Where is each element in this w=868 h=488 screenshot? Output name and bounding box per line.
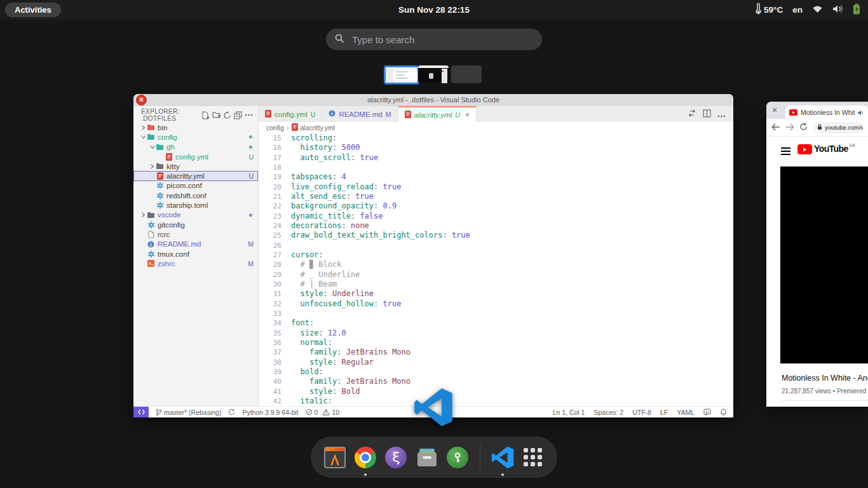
code-line[interactable]: 17 auto_scroll: true <box>259 153 733 163</box>
new-folder-icon[interactable] <box>211 110 222 120</box>
tree-item-tmux-conf[interactable]: tmux.conf <box>133 249 258 259</box>
code-line[interactable]: 18 <box>259 163 733 172</box>
chevron-right-icon[interactable] <box>149 164 156 169</box>
indentation[interactable]: Spaces: 2 <box>593 409 623 416</box>
search-input[interactable] <box>351 34 533 46</box>
code-line[interactable]: 42 italic: <box>259 396 733 406</box>
code-line[interactable]: 37 family: JetBrains Mono <box>259 348 733 357</box>
tree-item-picom-conf[interactable]: picom.conf <box>133 181 258 191</box>
code-line[interactable]: 21alt_send_esc: true <box>259 192 733 201</box>
new-file-icon[interactable] <box>200 110 211 120</box>
tree-item-README-md[interactable]: README.mdM <box>133 240 258 249</box>
breadcrumb[interactable]: config › alacritty.yml <box>259 122 733 133</box>
tree-item-rcrc[interactable]: rcrc <box>133 229 258 239</box>
tree-item-gitconfig[interactable]: gitconfig <box>133 220 258 229</box>
code-line[interactable]: 28 # ▊ Block <box>259 260 733 269</box>
eol-sequence[interactable]: LF <box>660 409 668 416</box>
dock-item-chrome[interactable] <box>354 445 377 470</box>
dock-item-files[interactable] <box>415 445 438 470</box>
chevron-right-icon[interactable] <box>140 125 147 130</box>
code-line[interactable]: 32 unfocused_hollow: true <box>259 299 733 309</box>
tree-item-alacritty-yml[interactable]: alacritty.ymlU <box>133 171 258 180</box>
code-line[interactable]: 25draw_bold_text_with_bright_colors: tru… <box>259 231 733 240</box>
code-line[interactable]: 33 <box>259 309 733 318</box>
tree-item-zshrc[interactable]: zshrcM <box>133 259 258 268</box>
dock-item-vscode[interactable] <box>491 445 514 470</box>
workspace-thumbnail-browser[interactable] <box>418 65 449 83</box>
browser-close-icon[interactable]: × <box>772 105 777 115</box>
code-line[interactable]: 35 size: 12.0 <box>259 329 733 338</box>
tree-item-redshift-conf[interactable]: redshift.conf <box>133 191 258 200</box>
dock-item-keepassxc[interactable] <box>446 445 469 470</box>
code-line[interactable]: 23dynamic_title: false <box>259 212 733 221</box>
chevron-down-icon[interactable] <box>149 145 156 149</box>
code-line[interactable]: 16 history: 5000 <box>259 143 733 152</box>
clock[interactable]: Sun Nov 28 22:15 <box>0 0 868 20</box>
refresh-icon[interactable] <box>222 110 233 120</box>
encoding[interactable]: UTF-8 <box>632 409 651 416</box>
window-close-button[interactable]: × <box>136 95 147 105</box>
battery-icon[interactable] <box>853 3 860 17</box>
code-line[interactable]: 39 bold: <box>259 367 733 377</box>
git-branch-status[interactable]: master* (Rebasing) <box>156 409 221 416</box>
chevron-down-icon[interactable] <box>140 135 147 139</box>
code-line[interactable]: 30 # | Beam <box>259 280 733 289</box>
code-line[interactable]: 15scrolling: <box>259 133 733 143</box>
menu-icon[interactable] <box>781 147 790 155</box>
code-line[interactable]: 27cursor: <box>259 250 733 260</box>
editor-tab-README-md[interactable]: README.mdM <box>322 106 398 122</box>
language-mode[interactable]: YAML <box>677 409 695 416</box>
code-line[interactable]: 24decorations: none <box>259 221 733 231</box>
more-actions-icon[interactable] <box>243 110 254 120</box>
code-line[interactable]: 19tabspaces: 4 <box>259 172 733 182</box>
breadcrumb-file[interactable]: alacritty.yml <box>301 124 336 132</box>
open-changes-icon[interactable] <box>688 109 696 120</box>
split-editor-icon[interactable] <box>703 109 711 120</box>
tree-item-config-yml[interactable]: config.ymlU <box>133 152 258 161</box>
tree-item-bin[interactable]: bin <box>133 123 258 132</box>
editor-tab-config-yml[interactable]: config.ymlU <box>259 106 322 122</box>
code-line[interactable]: 38 style: Regular <box>259 358 733 367</box>
code-line[interactable]: 40 family: JetBrains Mono <box>259 377 733 386</box>
code-line[interactable]: 22background_opacity: 0.9 <box>259 201 733 211</box>
sync-icon[interactable] <box>228 409 235 416</box>
volume-icon[interactable] <box>832 4 843 15</box>
browser-tab[interactable]: Motionless In White - <box>785 105 868 119</box>
tab-audio-icon[interactable] <box>858 107 864 118</box>
python-interpreter[interactable]: Python 3.9.9 64-bit <box>242 409 298 416</box>
code-line[interactable]: 31 style: Underline <box>259 289 733 299</box>
dock-item-emacs[interactable]: ξ <box>384 445 407 470</box>
chrome-window[interactable]: × Motionless In White - <box>766 102 868 407</box>
code-line[interactable]: 41 style: Bold <box>259 387 733 396</box>
editor-tab-alacritty-yml[interactable]: alacritty.ymlU× <box>398 106 477 122</box>
notifications-bell-icon[interactable] <box>720 409 727 416</box>
reload-icon[interactable] <box>799 122 808 133</box>
vscode-titlebar[interactable]: alacritty.yml - .dotfiles - Visual Studi… <box>133 94 733 106</box>
breadcrumb-folder[interactable]: config <box>266 124 284 132</box>
code-line[interactable]: 34font: <box>259 318 733 328</box>
collapse-folders-icon[interactable] <box>233 110 243 120</box>
more-editor-actions-icon[interactable] <box>717 109 726 120</box>
problems-status[interactable]: 0 10 <box>306 409 340 416</box>
cursor-position[interactable]: Ln 1, Col 1 <box>553 409 585 416</box>
chevron-right-icon[interactable] <box>140 212 147 217</box>
vscode-app-badge-icon[interactable] <box>414 388 453 427</box>
tree-item-gh[interactable]: gh <box>133 142 258 152</box>
dock-item-app-grid[interactable] <box>522 445 545 470</box>
remote-indicator[interactable] <box>133 407 149 417</box>
forward-icon[interactable] <box>785 122 794 133</box>
address-bar[interactable]: youtube.com/wa <box>813 122 863 133</box>
wifi-icon[interactable] <box>812 4 823 15</box>
code-editor[interactable]: 15scrolling:16 history: 500017 auto_scro… <box>259 133 733 407</box>
workspace-thumbnail-empty[interactable] <box>451 65 482 83</box>
code-line[interactable]: 26 <box>259 241 733 250</box>
system-status-area[interactable]: 59°C en <box>756 0 860 20</box>
video-player[interactable] <box>780 166 868 363</box>
tab-close-icon[interactable]: × <box>465 111 470 119</box>
code-line[interactable]: 29 # _ Underline <box>259 270 733 280</box>
youtube-logo[interactable]: YouTube UA <box>797 143 855 154</box>
workspace-thumbnail-active[interactable] <box>384 65 419 85</box>
tree-item-kitty[interactable]: kitty <box>133 161 258 171</box>
dock-item-alacritty[interactable] <box>323 445 346 470</box>
code-line[interactable]: 36 normal: <box>259 338 733 348</box>
